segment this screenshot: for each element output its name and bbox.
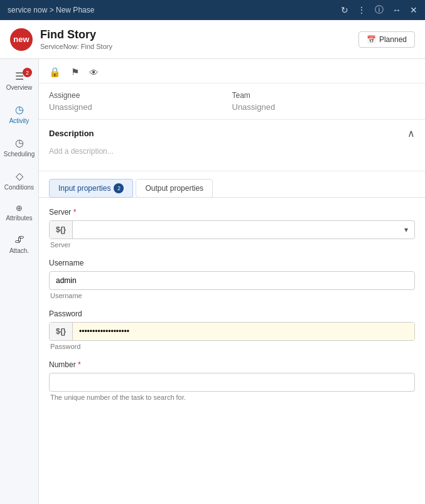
tabs-row: Input properties 2 Output properties	[39, 171, 425, 198]
input-tab-badge: 2	[114, 183, 124, 193]
page-subtitle: ServiceNow: Find Story	[40, 43, 112, 50]
tab-input-properties[interactable]: Input properties 2	[49, 179, 133, 198]
flag-icon[interactable]: ⚑	[71, 67, 79, 78]
server-prefix: ${}	[50, 221, 73, 239]
conditions-icon: ◇	[16, 170, 23, 182]
sidebar-item-label: Attributes	[6, 215, 32, 222]
toolbar-icons: 🔒 ⚑ 👁	[39, 59, 425, 83]
description-label: Description	[49, 129, 94, 138]
password-group: Password ${} Password	[49, 309, 415, 350]
assignee-team-row: Assignee Unassigned Team Unassigned	[39, 83, 425, 120]
sidebar-item-label: Attach.	[9, 247, 29, 254]
password-input-row: ${}	[49, 322, 415, 341]
sidebar-item-label: Conditions	[4, 184, 34, 191]
number-label: Number *	[49, 360, 415, 369]
tab-output-properties[interactable]: Output properties	[136, 179, 213, 198]
top-bar-actions: ↻ ⋮ ⓘ ↔ ✕	[341, 4, 417, 16]
team-label: Team	[232, 91, 416, 100]
status-button[interactable]: 📅 Planned	[358, 31, 415, 48]
status-label: Planned	[379, 35, 407, 44]
scheduling-icon: ◷	[15, 137, 24, 149]
breadcrumb: service now > New Phase	[8, 6, 94, 14]
overview-badge: 2	[23, 68, 32, 77]
server-input-row: ${} ▾	[49, 220, 415, 239]
sidebar-item-overview[interactable]: ☰ Overview 2	[0, 64, 38, 97]
attributes-icon: ⊕	[16, 203, 23, 213]
assignee-value: Unassigned	[49, 102, 232, 112]
form-section: Server * ${} ▾ Server Username Username …	[39, 198, 425, 421]
number-input[interactable]	[49, 373, 415, 392]
breadcrumb-text: service now > New Phase	[8, 6, 94, 14]
sidebar-item-label: Overview	[6, 84, 33, 91]
logo: new	[10, 28, 33, 51]
password-input[interactable]	[73, 323, 414, 340]
server-input[interactable]	[73, 221, 398, 239]
sidebar-item-activity[interactable]: ◷ Activity	[0, 97, 38, 131]
content-area: 🔒 ⚑ 👁 Assignee Unassigned Team Unassigne…	[39, 59, 425, 504]
collapse-icon[interactable]: ∧	[407, 127, 415, 139]
server-dropdown-arrow[interactable]: ▾	[398, 221, 414, 239]
number-required: *	[76, 360, 81, 369]
input-tab-label: Input properties	[58, 184, 110, 193]
sidebar-item-label: Activity	[9, 117, 30, 124]
password-label: Password	[49, 309, 415, 318]
password-hint: Password	[49, 343, 415, 350]
team-value: Unassigned	[232, 102, 416, 112]
output-tab-label: Output properties	[145, 184, 203, 193]
lock-icon[interactable]: 🔒	[49, 67, 61, 78]
sidebar: ☰ Overview 2 ◷ Activity ◷ Scheduling ◇ C…	[0, 59, 39, 504]
sidebar-item-conditions[interactable]: ◇ Conditions	[0, 164, 38, 197]
username-label: Username	[49, 259, 415, 267]
password-prefix: ${}	[50, 323, 73, 340]
calendar-icon: 📅	[367, 35, 376, 44]
sidebar-item-attributes[interactable]: ⊕ Attributes	[0, 197, 38, 228]
header: new Find Story ServiceNow: Find Story 📅 …	[0, 20, 425, 59]
main-layout: ☰ Overview 2 ◷ Activity ◷ Scheduling ◇ C…	[0, 59, 425, 504]
close-icon[interactable]: ✕	[410, 5, 417, 15]
description-header: Description ∧	[49, 127, 415, 139]
assignee-col: Assignee Unassigned	[49, 91, 232, 112]
info-icon[interactable]: ⓘ	[375, 4, 384, 16]
header-title-block: Find Story ServiceNow: Find Story	[40, 28, 112, 50]
username-hint: Username	[49, 292, 415, 299]
header-left: new Find Story ServiceNow: Find Story	[10, 28, 112, 51]
server-group: Server * ${} ▾ Server	[49, 208, 415, 249]
sidebar-item-scheduling[interactable]: ◷ Scheduling	[0, 131, 38, 164]
activity-icon: ◷	[15, 104, 24, 115]
refresh-icon[interactable]: ↻	[341, 5, 348, 15]
page-title: Find Story	[40, 28, 112, 41]
description-placeholder[interactable]: Add a description...	[49, 144, 415, 163]
username-input[interactable]	[49, 271, 415, 290]
server-hint: Server	[49, 241, 415, 249]
description-section: Description ∧ Add a description...	[39, 120, 425, 171]
username-group: Username Username	[49, 259, 415, 299]
eye-icon[interactable]: 👁	[89, 67, 99, 78]
number-hint: The unique number of the task to search …	[49, 394, 415, 401]
assignee-label: Assignee	[49, 91, 232, 100]
sidebar-item-label: Scheduling	[4, 151, 35, 158]
more-icon[interactable]: ⋮	[357, 5, 366, 15]
sidebar-item-attach[interactable]: 🖇 Attach.	[0, 228, 38, 260]
attach-icon: 🖇	[14, 234, 24, 245]
server-required: *	[71, 208, 76, 217]
team-col: Team Unassigned	[232, 91, 416, 112]
number-group: Number * The unique number of the task t…	[49, 360, 415, 401]
top-bar: service now > New Phase ↻ ⋮ ⓘ ↔ ✕	[0, 0, 425, 20]
server-label: Server *	[49, 208, 415, 217]
expand-icon[interactable]: ↔	[392, 5, 401, 15]
